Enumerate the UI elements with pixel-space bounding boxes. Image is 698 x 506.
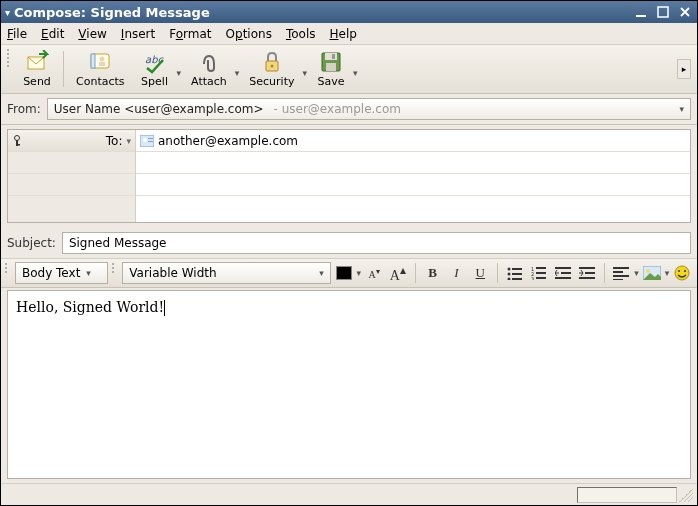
italic-button[interactable]: I — [446, 262, 468, 284]
underline-icon: U — [476, 265, 485, 281]
svg-rect-28 — [536, 267, 546, 269]
maximize-button[interactable] — [655, 4, 671, 20]
from-combo[interactable]: User Name <user@example.com> - user@exam… — [47, 98, 691, 120]
message-body-editor[interactable]: Hello, Signed World! — [7, 290, 691, 479]
recipient-address-cell[interactable] — [136, 196, 690, 218]
close-button[interactable] — [677, 4, 693, 20]
recipient-address-cell[interactable] — [136, 130, 690, 152]
text-color-dropdown[interactable]: ▾ — [357, 268, 362, 278]
svg-rect-36 — [579, 267, 595, 269]
recipient-address-cell[interactable] — [136, 152, 690, 174]
format-toolbar: Body Text ▾ Variable Width ▾ ▾ A▾ A▴ B I… — [1, 258, 697, 288]
send-button[interactable]: Send — [15, 48, 59, 90]
contacts-button[interactable]: Contacts — [68, 48, 133, 90]
svg-rect-16 — [16, 144, 20, 146]
svg-text:3: 3 — [531, 276, 534, 280]
menu-edit[interactable]: Edit — [41, 27, 64, 41]
statusbar — [1, 483, 697, 505]
menu-format[interactable]: Format — [169, 27, 211, 41]
svg-point-44 — [646, 269, 650, 273]
insert-dropdown[interactable]: ▾ — [665, 268, 670, 278]
key-icon — [12, 135, 22, 147]
recipients-area: To: ▾ — [1, 125, 697, 223]
attach-icon — [197, 50, 221, 74]
window-menu-icon[interactable]: ▾ — [5, 7, 10, 18]
spell-icon: abc — [143, 50, 167, 74]
smiley-icon — [674, 265, 690, 281]
minimize-button[interactable] — [633, 4, 649, 20]
svg-rect-4 — [91, 54, 95, 68]
number-list-button[interactable]: 123 — [528, 262, 550, 284]
to-input[interactable] — [158, 134, 686, 148]
svg-rect-34 — [561, 272, 571, 274]
from-row: From: User Name <user@example.com> - use… — [1, 94, 697, 125]
save-dropdown[interactable]: ▾ — [353, 68, 360, 90]
recipients-grid: To: ▾ — [7, 129, 691, 223]
to-label: To: — [28, 134, 122, 148]
body-text: Hello, Signed World! — [16, 299, 164, 315]
align-dropdown[interactable]: ▾ — [634, 268, 639, 278]
svg-rect-20 — [148, 141, 153, 142]
insert-image-button[interactable] — [641, 262, 663, 284]
menu-view[interactable]: View — [78, 27, 106, 41]
svg-rect-1 — [658, 7, 668, 17]
menu-file[interactable]: File — [7, 27, 27, 41]
svg-rect-13 — [332, 54, 335, 59]
font-smaller-button[interactable]: A▾ — [363, 262, 385, 284]
text-color-button[interactable] — [333, 262, 355, 284]
paragraph-style-combo[interactable]: Body Text ▾ — [15, 262, 108, 284]
font-larger-button[interactable]: A▴ — [387, 262, 409, 284]
security-icon — [260, 50, 284, 74]
underline-button[interactable]: U — [469, 262, 491, 284]
titlebar[interactable]: ▾ Compose: Signed Message — [1, 1, 697, 23]
menu-options[interactable]: Options — [226, 27, 272, 41]
italic-icon: I — [454, 265, 458, 281]
menu-insert[interactable]: Insert — [121, 27, 155, 41]
svg-point-21 — [508, 268, 511, 271]
recipient-type-cell[interactable] — [8, 152, 135, 174]
toolbar-grip[interactable] — [7, 49, 11, 89]
color-swatch-icon — [336, 266, 352, 280]
align-left-icon — [613, 266, 629, 280]
menu-tools[interactable]: Tools — [286, 27, 316, 41]
svg-point-25 — [508, 278, 511, 281]
svg-rect-19 — [148, 138, 153, 139]
toolbar-grip[interactable] — [5, 263, 9, 283]
security-button[interactable]: Security — [241, 48, 302, 90]
indent-button[interactable] — [576, 262, 598, 284]
outdent-button[interactable] — [552, 262, 574, 284]
resize-grip[interactable] — [679, 488, 693, 502]
main-toolbar: Send Contacts abc Spell ▾ Attach — [1, 45, 697, 94]
menu-help[interactable]: Help — [329, 27, 356, 41]
svg-point-9 — [270, 65, 273, 68]
svg-rect-41 — [613, 275, 629, 277]
recipient-type-cell[interactable]: To: ▾ — [8, 130, 135, 152]
toolbar-grip[interactable] — [112, 263, 116, 283]
attach-button[interactable]: Attach — [183, 48, 235, 90]
contact-card-icon — [140, 135, 154, 147]
svg-point-5 — [100, 57, 105, 62]
bold-button[interactable]: B — [422, 262, 444, 284]
svg-rect-33 — [555, 267, 571, 269]
recipient-type-cell[interactable] — [8, 174, 135, 196]
recipient-type-cell[interactable] — [8, 196, 135, 218]
from-value: User Name <user@example.com> — [54, 102, 264, 116]
align-button[interactable] — [610, 262, 632, 284]
recipient-address-cell[interactable] — [136, 174, 690, 196]
subject-label: Subject: — [7, 236, 56, 250]
svg-point-47 — [684, 270, 686, 272]
save-button[interactable]: Save — [309, 48, 353, 90]
subject-input[interactable] — [62, 232, 691, 254]
font-large-icon: A▴ — [390, 263, 406, 284]
emoticon-button[interactable] — [671, 262, 693, 284]
svg-rect-39 — [613, 267, 629, 269]
svg-rect-26 — [512, 278, 522, 280]
spell-button[interactable]: abc Spell — [133, 48, 177, 90]
compose-window: ▾ Compose: Signed Message File Edit View… — [0, 0, 698, 506]
font-small-icon: A▾ — [368, 266, 379, 280]
svg-rect-30 — [536, 272, 546, 274]
svg-rect-37 — [585, 272, 595, 274]
bullet-list-button[interactable] — [504, 262, 526, 284]
font-combo[interactable]: Variable Width ▾ — [122, 262, 330, 284]
toolbar-overflow[interactable]: ▸ — [677, 59, 691, 79]
